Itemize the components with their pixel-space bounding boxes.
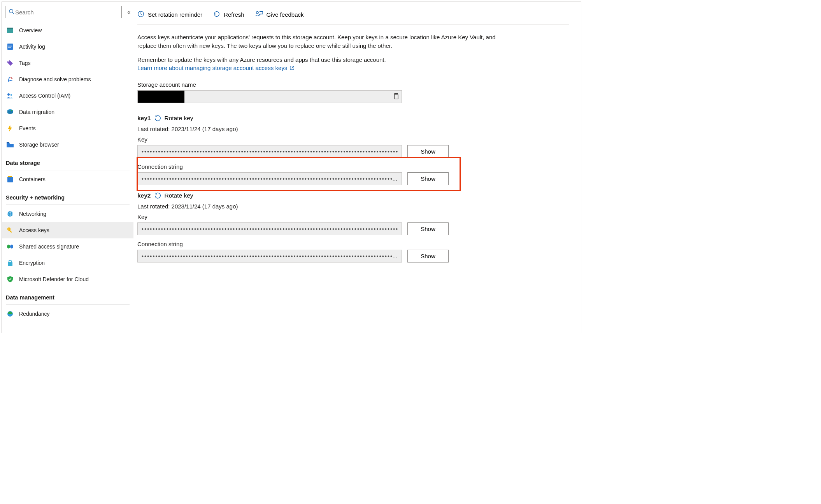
access-keys-icon bbox=[7, 227, 14, 234]
svg-point-0 bbox=[9, 9, 13, 13]
sidebar-item-label: Diagnose and solve problems bbox=[19, 76, 91, 82]
copy-icon[interactable] bbox=[393, 93, 399, 100]
give-feedback-button[interactable]: Give feedback bbox=[255, 10, 304, 19]
show-key2-conn-button[interactable]: Show bbox=[407, 250, 449, 262]
key1-conn-field: ••••••••••••••••••••••••••••••••••••••••… bbox=[137, 172, 402, 185]
sidebar-item-label: Storage browser bbox=[19, 142, 59, 148]
sidebar-item-access-keys[interactable]: Access keys bbox=[2, 222, 133, 238]
search-box[interactable] bbox=[5, 6, 122, 18]
divider bbox=[6, 170, 130, 170]
svg-point-9 bbox=[7, 93, 10, 96]
show-key1-button[interactable]: Show bbox=[407, 145, 449, 158]
feedback-icon bbox=[255, 10, 263, 19]
svg-point-8 bbox=[8, 61, 9, 62]
sidebar-item-data-migration[interactable]: Data migration bbox=[2, 104, 133, 120]
sidebar-item-label: Encryption bbox=[19, 260, 45, 266]
svg-rect-6 bbox=[8, 46, 12, 46]
collapse-nav-icon[interactable]: « bbox=[127, 9, 130, 15]
sidebar-item-redundancy[interactable]: Redundancy bbox=[2, 306, 133, 322]
sidebar-item-containers[interactable]: Containers bbox=[2, 171, 133, 187]
sidebar-item-events[interactable]: Events bbox=[2, 120, 133, 136]
divider bbox=[6, 304, 130, 305]
toolbar-label: Set rotation reminder bbox=[148, 11, 202, 18]
data-migration-icon bbox=[7, 108, 14, 116]
refresh-icon bbox=[213, 10, 220, 19]
main-panel: Set rotation reminder Refresh Give feedb… bbox=[133, 2, 581, 333]
svg-rect-5 bbox=[8, 45, 12, 45]
refresh-button[interactable]: Refresh bbox=[213, 10, 244, 19]
key1-key-label: Key bbox=[137, 136, 569, 143]
sidebar-item-overview[interactable]: Overview bbox=[2, 22, 133, 38]
set-rotation-reminder-button[interactable]: Set rotation reminder bbox=[137, 10, 202, 19]
key2-key-label: Key bbox=[137, 214, 569, 220]
group-header-security: Security + networking bbox=[2, 187, 133, 203]
svg-rect-22 bbox=[8, 262, 12, 266]
svg-point-21 bbox=[10, 245, 13, 248]
sidebar-item-diagnose[interactable]: Diagnose and solve problems bbox=[2, 71, 133, 88]
events-icon bbox=[7, 125, 14, 132]
svg-rect-14 bbox=[8, 176, 12, 177]
svg-point-20 bbox=[7, 245, 10, 248]
key1-last-rotated: Last rotated: 2023/11/24 (17 days ago) bbox=[137, 126, 569, 132]
toolbar-label: Give feedback bbox=[267, 11, 304, 18]
tags-icon bbox=[7, 60, 14, 66]
key2-conn-field: ••••••••••••••••••••••••••••••••••••••••… bbox=[137, 250, 402, 262]
svg-point-10 bbox=[11, 94, 12, 96]
sidebar-item-label: Access keys bbox=[19, 227, 49, 233]
storage-browser-icon bbox=[7, 141, 14, 148]
key1-key-field: ••••••••••••••••••••••••••••••••••••••••… bbox=[137, 145, 402, 158]
sidebar-item-label: Redundancy bbox=[19, 311, 50, 317]
sidebar-item-tags[interactable]: Tags bbox=[2, 55, 133, 71]
sidebar-item-networking[interactable]: Networking bbox=[2, 206, 133, 222]
svg-point-18 bbox=[9, 229, 10, 230]
rotate-icon bbox=[154, 192, 161, 199]
sidebar-item-label: Data migration bbox=[19, 109, 54, 115]
sidebar-item-label: Events bbox=[19, 125, 36, 131]
sidebar-item-storage-browser[interactable]: Storage browser bbox=[2, 136, 133, 153]
redundancy-icon bbox=[7, 310, 14, 317]
key1-header: key1 Rotate key bbox=[137, 115, 569, 122]
containers-icon bbox=[7, 176, 14, 183]
sidebar-item-iam[interactable]: Access Control (IAM) bbox=[2, 88, 133, 104]
sidebar-item-activity-log[interactable]: Activity log bbox=[2, 38, 133, 55]
clock-icon bbox=[137, 10, 144, 19]
sidebar-item-encryption[interactable]: Encryption bbox=[2, 255, 133, 271]
overview-icon bbox=[7, 27, 14, 34]
key2-name: key2 bbox=[137, 192, 151, 199]
sidebar-item-label: Containers bbox=[19, 176, 46, 182]
toolbar: Set rotation reminder Refresh Give feedb… bbox=[137, 10, 569, 24]
sidebar-item-label: Access Control (IAM) bbox=[19, 93, 70, 99]
rotate-key2-button[interactable]: Rotate key bbox=[154, 192, 193, 199]
show-key1-conn-button[interactable]: Show bbox=[407, 172, 449, 185]
sidebar-item-label: Activity log bbox=[19, 44, 45, 50]
svg-rect-13 bbox=[7, 177, 13, 182]
sidebar-item-label: Networking bbox=[19, 211, 46, 217]
sidebar-item-label: Tags bbox=[19, 60, 31, 66]
external-link-icon bbox=[289, 64, 295, 73]
storage-account-name-label: Storage account name bbox=[137, 81, 569, 88]
description-p2: Remember to update the keys with any Azu… bbox=[137, 56, 386, 63]
redacted-value bbox=[138, 91, 184, 103]
show-key2-button[interactable]: Show bbox=[407, 222, 449, 235]
rotate-key1-button[interactable]: Rotate key bbox=[154, 115, 193, 122]
iam-icon bbox=[7, 92, 14, 99]
sidebar-item-sas[interactable]: Shared access signature bbox=[2, 238, 133, 255]
svg-rect-7 bbox=[8, 47, 11, 47]
sidebar: « Overview Activity log Tags Diagnose an… bbox=[2, 2, 133, 333]
rotate-icon bbox=[154, 115, 161, 122]
toolbar-label: Refresh bbox=[224, 11, 244, 18]
key2-key-field: ••••••••••••••••••••••••••••••••••••••••… bbox=[137, 222, 402, 235]
search-input[interactable] bbox=[14, 9, 118, 16]
learn-more-link[interactable]: Learn more about managing storage accoun… bbox=[137, 65, 295, 71]
diagnose-icon bbox=[7, 76, 14, 83]
sidebar-item-label: Microsoft Defender for Cloud bbox=[19, 276, 89, 282]
svg-rect-4 bbox=[7, 44, 13, 50]
encryption-icon bbox=[7, 259, 14, 266]
key2-conn-label: Connection string bbox=[137, 241, 569, 247]
activity-log-icon bbox=[7, 43, 14, 50]
key1-conn-label: Connection string bbox=[137, 163, 569, 170]
networking-icon bbox=[7, 210, 14, 217]
svg-rect-3 bbox=[7, 28, 13, 29]
sidebar-item-defender[interactable]: Microsoft Defender for Cloud bbox=[2, 271, 133, 287]
rotate-key-label: Rotate key bbox=[164, 192, 193, 199]
